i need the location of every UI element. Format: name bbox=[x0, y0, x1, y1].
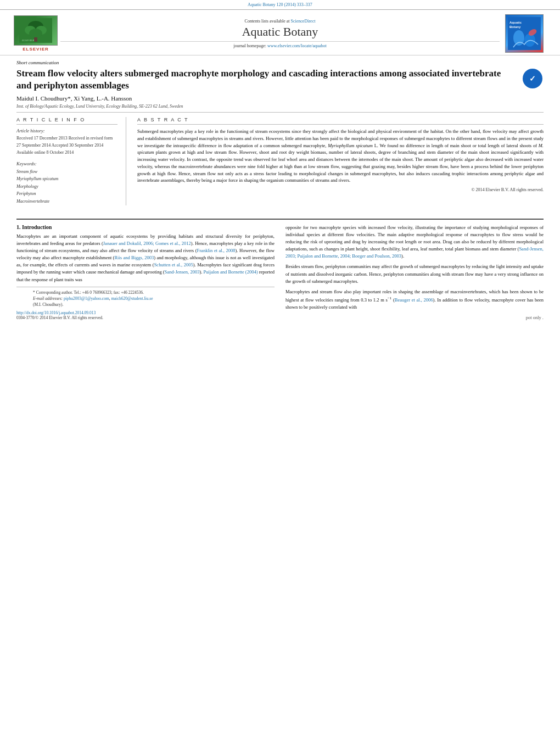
svg-rect-5 bbox=[34, 37, 37, 42]
doi-link[interactable]: http://dx.doi.org/10.1016/j.aquabot.2014… bbox=[16, 310, 96, 315]
footnote-1: * Corresponding author. Tel.: +46 0 7609… bbox=[33, 289, 258, 295]
abstract-header: A B S T R A C T bbox=[137, 117, 544, 125]
history-label: Article history: bbox=[16, 128, 117, 133]
abstract-column: A B S T R A C T Submerged macrophytes pl… bbox=[137, 117, 544, 205]
article-type-label: Short communication bbox=[16, 60, 544, 65]
abstract-text: Submerged macrophytes play a key role in… bbox=[137, 128, 544, 184]
article-info-column: A R T I C L E I N F O Article history: R… bbox=[16, 117, 126, 205]
elsevier-logo-image: ELSEVIER bbox=[14, 15, 58, 46]
history-entries: Received 17 December 2013 Received in re… bbox=[16, 135, 117, 156]
article-content: Short communication Stream flow velocity… bbox=[0, 55, 560, 214]
elsevier-logo-box: ELSEVIER ELSEVIER bbox=[11, 15, 60, 52]
intro-para-1: Macrophytes are an important component o… bbox=[16, 233, 275, 283]
crossmark-symbol: ✓ bbox=[523, 69, 542, 88]
science-direct-link[interactable]: ScienceDirect bbox=[291, 19, 316, 24]
ab-logo-image: Aquatic Botany bbox=[505, 14, 544, 53]
affiliation-line: Inst. of Biology/Aquatic Ecology, Lund U… bbox=[16, 104, 544, 113]
footnotes-area: * Corresponding author. Tel.: +46 0 7609… bbox=[16, 287, 275, 309]
copyright-line: © 2014 Elsevier B.V. All rights reserved… bbox=[137, 187, 544, 192]
pot-only-text: pot only . bbox=[285, 314, 544, 321]
title-row: Stream flow velocity alters submerged ma… bbox=[16, 68, 544, 92]
ref-franklin[interactable]: Franklin et al., 2008 bbox=[197, 248, 236, 253]
email-link-2[interactable]: maich620@student.liu.se bbox=[111, 296, 153, 301]
intro-para-2: opposite for two macrophyte species with… bbox=[285, 224, 544, 260]
ref-beauger[interactable]: Beauger et al., 2006 bbox=[395, 297, 433, 303]
article-title: Stream flow velocity alters submerged ma… bbox=[16, 68, 522, 92]
journal-homepage-link[interactable]: www.elsevier.com/locate/aquabot bbox=[267, 43, 327, 48]
crossmark-icon[interactable]: ✓ bbox=[522, 68, 544, 90]
body-col-right: opposite for two macrophyte species with… bbox=[285, 224, 544, 325]
journal-homepage-line: journal homepage: www.elsevier.com/locat… bbox=[60, 41, 500, 48]
ref-puijalon[interactable]: Puijalon and Bornette (2004) bbox=[204, 269, 258, 275]
svg-text:ELSEVIER: ELSEVIER bbox=[21, 39, 34, 42]
top-bar: Aquatic Botany 120 (2014) 333–337 bbox=[0, 0, 560, 10]
aquatic-botany-logo: Aquatic Botany bbox=[500, 14, 549, 53]
bottom-doi: http://dx.doi.org/10.1016/j.aquabot.2014… bbox=[16, 309, 275, 321]
email-link-1[interactable]: piphu2003@1@yahoo.com bbox=[64, 296, 109, 301]
footnote-email: E-mail addresses: piphu2003@1@yahoo.com,… bbox=[33, 295, 258, 302]
issn-line: 0304-3770/© 2014 Elsevier B.V. All right… bbox=[16, 315, 275, 320]
contents-available-line: Contents lists available at ScienceDirec… bbox=[60, 19, 500, 24]
article-info-header: A R T I C L E I N F O bbox=[16, 117, 117, 125]
footnote-name: (M.I. Choudhury). bbox=[33, 302, 258, 308]
keywords-list: Stream flow Myriophyllum spicatum Morpho… bbox=[16, 168, 117, 205]
journal-title: Aquatic Botany bbox=[60, 25, 500, 39]
body-col-left: 1. Introduction Macrophytes are an impor… bbox=[16, 224, 275, 325]
journal-header-center: Contents lists available at ScienceDirec… bbox=[60, 19, 500, 48]
ref-schutten[interactable]: Schutten et al., 2005 bbox=[154, 262, 193, 267]
authors-line: Maidul I. Choudhury*, Xi Yang, L.-A. Han… bbox=[16, 95, 544, 102]
elsevier-text-label: ELSEVIER bbox=[23, 47, 49, 52]
intro-section-title: 1. Introduction bbox=[16, 224, 275, 230]
section-separator bbox=[16, 219, 544, 220]
page-header: ELSEVIER ELSEVIER Contents lists availab… bbox=[0, 10, 560, 55]
svg-point-4 bbox=[29, 29, 42, 38]
body-content: 1. Introduction Macrophytes are an impor… bbox=[0, 224, 560, 325]
doi-line: http://dx.doi.org/10.1016/j.aquabot.2014… bbox=[16, 310, 275, 315]
intro-para-4: Macrophytes and stream flow also play im… bbox=[285, 288, 544, 311]
ref-sand-jensen-2003[interactable]: Sand-Jensen, 2003 bbox=[165, 269, 200, 275]
keywords-label: Keywords: bbox=[16, 161, 117, 166]
ref-riis[interactable]: Riis and Biggs, 2003 bbox=[114, 255, 154, 260]
intro-para-3: Besides stream flow, periphyton communit… bbox=[285, 263, 544, 285]
ref-janauer[interactable]: Janauer and Dokulil, 2006; Gomes et al.,… bbox=[103, 241, 191, 246]
journal-ref-text: Aquatic Botany 120 (2014) 333–337 bbox=[248, 2, 312, 7]
article-info-abstract: A R T I C L E I N F O Article history: R… bbox=[16, 117, 544, 205]
ref-sand-jensen-puijalon[interactable]: Sand-Jensen, 2003; Puijalon and Bornette… bbox=[285, 246, 544, 259]
svg-text:Botany: Botany bbox=[509, 25, 521, 29]
svg-text:Aquatic: Aquatic bbox=[509, 21, 522, 24]
